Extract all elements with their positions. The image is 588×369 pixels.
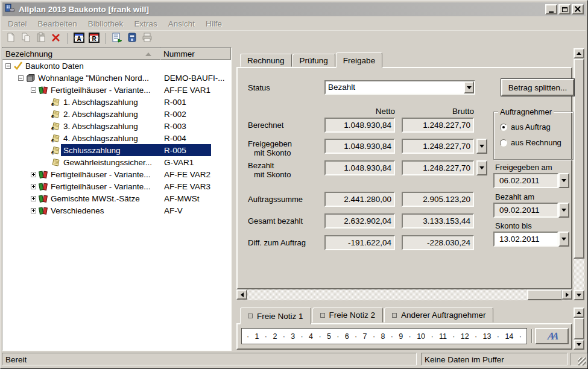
paste-button[interactable] — [34, 32, 48, 45]
tab-freie-notiz-1[interactable]: Freie Notiz 1 — [240, 308, 311, 324]
plus-box-icon[interactable] — [31, 184, 36, 189]
scroll-right-button[interactable] — [561, 289, 572, 300]
brutto-field[interactable]: 1.248.227,70 — [402, 139, 474, 154]
paste-icon — [36, 32, 46, 45]
calendar-dropdown-button[interactable] — [558, 173, 569, 188]
minus-box-icon[interactable] — [31, 87, 36, 93]
new-document-button[interactable] — [4, 32, 17, 45]
tree-row[interactable]: €1. AbschlagszahlungR-001 — [2, 96, 231, 108]
detail-vertical-scrollbar[interactable] — [574, 48, 584, 300]
tree-row[interactable]: Baukonto Daten — [2, 60, 231, 72]
table-r-button[interactable]: R — [87, 32, 101, 45]
tab-freie-notiz-2[interactable]: Freie Notiz 2 — [312, 308, 384, 323]
freigegeben-am-field[interactable]: 06.02.2011 — [493, 173, 558, 188]
expander-minus-icon[interactable] — [31, 87, 39, 93]
history-dropdown-button[interactable] — [476, 160, 487, 175]
tree-row[interactable]: Fertigteilhäuser - Variante...AF-FE VAR1 — [2, 84, 231, 96]
print-button[interactable] — [141, 32, 154, 45]
tree-row[interactable]: Fertigteilhäuser - Variante...AF-FE VAR2 — [2, 168, 231, 180]
tab-anderer-auftragnehmer[interactable]: Anderer Auftragnehmer — [384, 308, 493, 323]
report-list-button[interactable] — [110, 32, 124, 45]
table-a-button[interactable]: A — [72, 32, 86, 45]
netto-field[interactable]: 1.048.930,84 — [324, 160, 395, 175]
tree-row[interactable]: €4. AbschlagszahlungR-004 — [2, 132, 231, 144]
plus-box-icon[interactable] — [31, 172, 36, 177]
resize-grip[interactable] — [578, 358, 586, 365]
expander-plus-icon[interactable] — [31, 196, 39, 201]
notes-scroll-up-button[interactable] — [574, 308, 584, 318]
netto-field[interactable]: 2.632.902,04 — [324, 213, 395, 229]
minimize-button[interactable] — [545, 4, 557, 14]
menu-item-hilfe[interactable]: Hilfe — [200, 18, 227, 30]
detail-horizontal-scrollbar[interactable] — [236, 289, 572, 300]
scroll-down-button[interactable] — [574, 290, 584, 300]
notes-scroll-thumb[interactable] — [574, 318, 584, 339]
menu-item-ansicht[interactable]: Ansicht — [163, 18, 200, 30]
tree-row[interactable]: €2. AbschlagszahlungR-002 — [2, 108, 231, 120]
brutto-field[interactable]: 1.248.227,70 — [402, 118, 474, 133]
netto-field[interactable]: 2.441.280,00 — [324, 192, 395, 207]
calendar-dropdown-button[interactable] — [558, 203, 569, 218]
menu-item-bearbeiten[interactable]: Bearbeiten — [33, 18, 83, 30]
netto-field[interactable]: 1.048.930,84 — [324, 139, 395, 154]
brutto-column-header: Brutto — [402, 107, 474, 116]
horizontal-scroll-thumb[interactable] — [527, 289, 562, 300]
note-tab-icon — [248, 314, 253, 318]
close-button[interactable] — [572, 4, 584, 14]
netto-field[interactable]: 1.048.930,84 — [324, 118, 395, 133]
brutto-field[interactable]: 2.905.123,20 — [402, 192, 474, 207]
tree-row[interactable]: Fertigteilhäuser - Variante...AF-FE VAR3 — [2, 180, 231, 192]
status-combobox[interactable]: Bezahlt — [324, 80, 475, 95]
panel-splitter[interactable] — [232, 47, 236, 351]
brutto-field[interactable]: 3.133.153,44 — [402, 213, 474, 229]
column-header-bezeichnung[interactable]: Bezeichnung — [2, 48, 160, 60]
minus-box-icon[interactable] — [5, 63, 11, 69]
freigabe-tab-panel: Status Bezahlt Betrag splitten... Netto … — [236, 67, 572, 289]
status-dropdown-button[interactable] — [464, 81, 474, 93]
brutto-field[interactable]: -228.030,24 — [402, 235, 474, 250]
expander-plus-icon[interactable] — [31, 172, 39, 177]
copy-button[interactable] — [19, 32, 33, 45]
scroll-up-button[interactable] — [574, 48, 584, 58]
maximize-button[interactable] — [558, 4, 571, 14]
menu-item-extras[interactable]: Extras — [128, 18, 162, 30]
notes-scroll-down-button[interactable] — [574, 339, 584, 350]
scroll-left-button[interactable] — [236, 289, 247, 300]
delete-button[interactable] — [49, 32, 63, 45]
tab-pr-fung[interactable]: Prüfung — [292, 54, 335, 67]
netto-field[interactable]: -191.622,04 — [324, 235, 395, 250]
skonto-bis-field[interactable]: 13.02.2011 — [493, 232, 558, 247]
history-dropdown-button[interactable] — [476, 139, 487, 154]
ruler-dot: · — [337, 332, 339, 341]
expander-plus-icon[interactable] — [31, 184, 39, 189]
expander-minus-icon[interactable] — [5, 63, 13, 69]
bezahlt-am-field[interactable]: 09.02.2011 — [493, 203, 558, 218]
minus-box-icon[interactable] — [18, 75, 24, 81]
brutto-field[interactable]: 1.248.227,70 — [402, 160, 474, 175]
plus-box-icon[interactable] — [31, 208, 36, 213]
menu-item-bibliothek[interactable]: Bibliothek — [83, 18, 129, 30]
tree-row[interactable]: Gemischte MWSt.-SätzeAF-MWSt — [2, 192, 231, 204]
vertical-scroll-thumb[interactable] — [574, 58, 584, 259]
radio-aus-auftrag[interactable]: aus Auftrag — [500, 122, 551, 131]
tree-row-label: Baukonto Daten — [24, 62, 86, 71]
tree-row[interactable]: VerschiedenesAF-V — [2, 204, 231, 216]
betrag-splitten-button[interactable]: Betrag splitten... — [501, 79, 574, 96]
tree-row[interactable]: €SchlusszahlungR-005 — [2, 144, 231, 156]
expander-minus-icon[interactable] — [18, 75, 26, 81]
expander-plus-icon[interactable] — [31, 208, 39, 213]
calendar-dropdown-button[interactable] — [558, 232, 569, 247]
database-button[interactable] — [125, 32, 139, 45]
notes-vertical-scrollbar[interactable] — [574, 308, 584, 350]
tree-row[interactable]: Gewährleistungssicher...G-VAR1 — [2, 156, 231, 168]
radio-aus-rechnung[interactable]: aus Rechnung — [500, 138, 561, 147]
column-header-nummer[interactable]: Nummer — [160, 48, 231, 60]
tree-row[interactable]: €3. AbschlagszahlungR-003 — [2, 120, 231, 132]
font-button[interactable]: AA — [535, 328, 569, 344]
ruler-number: 5 — [327, 332, 331, 341]
plus-box-icon[interactable] — [31, 196, 36, 201]
tab-freigabe[interactable]: Freigabe — [336, 52, 382, 68]
tab-rechnung[interactable]: Rechnung — [240, 54, 292, 67]
tree-row[interactable]: Wohnanlage "München Nord...DEMO-BAUFI-..… — [2, 72, 231, 84]
menu-item-datei[interactable]: Datei — [2, 18, 33, 30]
